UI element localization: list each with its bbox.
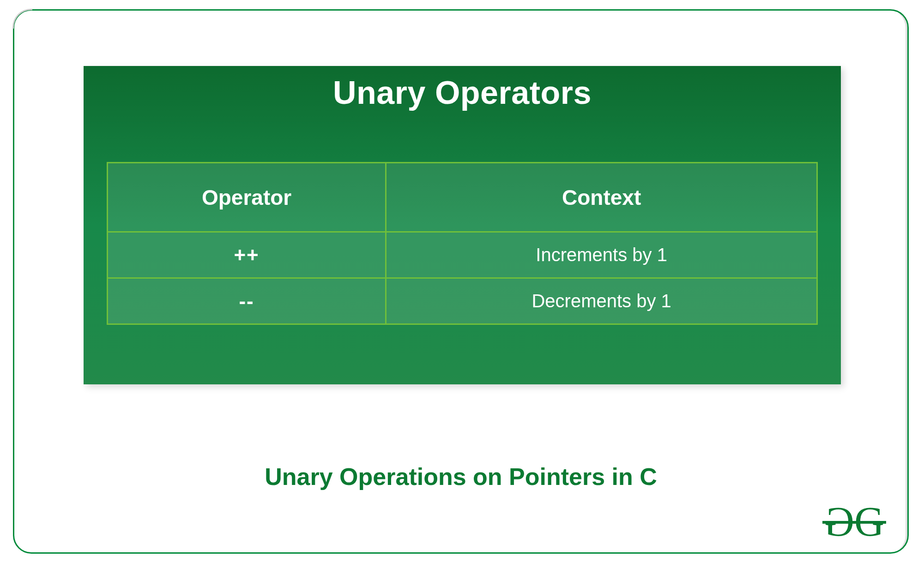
cell-context: Decrements by 1 bbox=[386, 278, 817, 324]
panel-title: Unary Operators bbox=[84, 74, 841, 111]
cell-context: Increments by 1 bbox=[386, 232, 817, 278]
header-operator: Operator bbox=[108, 163, 386, 232]
table-header-row: Operator Context bbox=[108, 163, 817, 232]
cell-operator: -- bbox=[108, 278, 386, 324]
table-row: -- Decrements by 1 bbox=[108, 278, 817, 324]
cell-operator: ++ bbox=[108, 232, 386, 278]
header-context: Context bbox=[386, 163, 817, 232]
geeksforgeeks-logo-icon: GG bbox=[820, 503, 889, 540]
diagram-caption: Unary Operations on Pointers in C bbox=[14, 463, 907, 490]
operators-table: Operator Context ++ Increments by 1 -- D… bbox=[107, 162, 818, 325]
table-row: ++ Increments by 1 bbox=[108, 232, 817, 278]
diagram-frame: Unary Operators Operator Context ++ Incr… bbox=[13, 9, 909, 554]
unary-operators-panel: Unary Operators Operator Context ++ Incr… bbox=[84, 66, 841, 384]
